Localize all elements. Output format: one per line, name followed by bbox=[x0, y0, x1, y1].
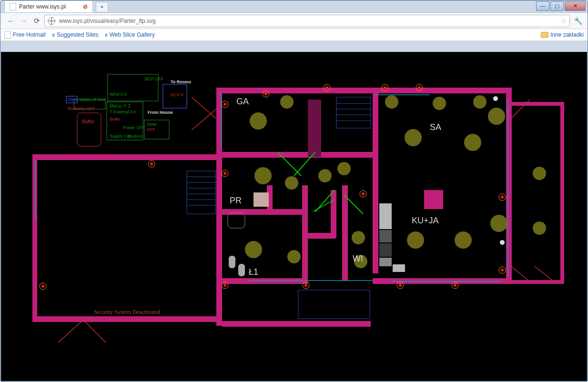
svg-rect-29 bbox=[424, 190, 443, 209]
page-icon bbox=[4, 31, 11, 39]
hvac-panel: To Rooms From House BGP OFF Wind 0.0 Rec… bbox=[66, 74, 191, 146]
bookmark-suggested-sites[interactable]: e Suggested Sites bbox=[52, 31, 99, 39]
ie-icon: e bbox=[105, 31, 107, 39]
svg-point-52 bbox=[250, 112, 267, 130]
room-label-l1: Ł1 bbox=[249, 267, 258, 277]
svg-rect-49 bbox=[238, 264, 245, 276]
security-status: Security System Deactivated bbox=[94, 309, 160, 315]
bookmarks-overflow[interactable]: Inne zakładki bbox=[541, 31, 584, 38]
svg-rect-21 bbox=[342, 185, 348, 281]
svg-rect-43 bbox=[379, 203, 392, 229]
svg-point-96 bbox=[150, 162, 153, 165]
bookmark-label: Free Hotmail bbox=[13, 31, 46, 38]
label-solar-off: OFF bbox=[147, 127, 155, 132]
svg-point-57 bbox=[488, 108, 505, 125]
svg-point-118 bbox=[304, 284, 307, 287]
svg-point-54 bbox=[385, 95, 398, 109]
address-bar[interactable]: ☆ bbox=[44, 15, 570, 27]
page-viewport[interactable]: To Rooms From House BGP OFF Wind 0.0 Rec… bbox=[1, 52, 587, 381]
svg-point-62 bbox=[318, 169, 332, 182]
bookmark-star-icon[interactable]: ☆ bbox=[560, 17, 567, 25]
svg-point-61 bbox=[285, 176, 298, 190]
floorplan-svg: To Rooms From House BGP OFF Wind 0.0 Rec… bbox=[1, 52, 587, 381]
tab-title: Parter www.isys.pl bbox=[19, 3, 66, 10]
svg-point-72 bbox=[533, 167, 546, 180]
new-tab-button[interactable]: + bbox=[96, 2, 108, 12]
svg-point-64 bbox=[407, 231, 424, 249]
svg-line-81 bbox=[84, 321, 106, 342]
window-title-bar: — ▢ ✕ bbox=[0, 0, 588, 1]
label-t-external: T External 0.0 bbox=[110, 110, 136, 114]
svg-point-63 bbox=[337, 162, 351, 175]
svg-point-112 bbox=[384, 86, 386, 89]
bookmark-web-slice-gallery[interactable]: e Web Slice Gallery bbox=[105, 31, 154, 39]
svg-point-104 bbox=[399, 284, 402, 287]
label-gwc: GWC bbox=[68, 97, 78, 102]
svg-rect-46 bbox=[379, 258, 392, 266]
folder-icon bbox=[541, 32, 548, 38]
svg-rect-37 bbox=[336, 97, 371, 128]
label-boiler: Boiler bbox=[110, 117, 121, 121]
svg-point-110 bbox=[501, 196, 504, 199]
svg-rect-30 bbox=[187, 171, 215, 214]
svg-rect-27 bbox=[560, 102, 564, 284]
svg-rect-11 bbox=[216, 88, 377, 93]
svg-rect-26 bbox=[512, 102, 564, 106]
svg-rect-13 bbox=[373, 88, 511, 93]
svg-point-53 bbox=[280, 95, 294, 109]
svg-rect-44 bbox=[379, 230, 392, 242]
room-label-sa: SA bbox=[430, 122, 441, 132]
bookmark-label: Suggested Sites bbox=[57, 31, 98, 38]
bookmark-free-hotmail[interactable]: Free Hotmail bbox=[4, 31, 46, 39]
room-label-pr: PR bbox=[230, 196, 242, 205]
label-bgp-off: BGP OFF bbox=[145, 77, 164, 81]
svg-rect-20 bbox=[331, 190, 336, 238]
label-recu: Recu = 1 bbox=[110, 103, 131, 109]
label-solar: Solar bbox=[147, 122, 157, 127]
svg-rect-14 bbox=[506, 88, 512, 283]
nav-toolbar: ← → ⟳ ☆ 🔧 bbox=[0, 12, 588, 29]
room-label-wi: WI bbox=[353, 254, 363, 263]
room-label-kuja: KU+JA bbox=[412, 216, 439, 225]
svg-rect-8 bbox=[32, 316, 221, 322]
svg-point-108 bbox=[501, 269, 504, 271]
svg-line-80 bbox=[58, 321, 82, 342]
wrench-icon[interactable]: 🔧 bbox=[573, 17, 584, 25]
tab-close-icon[interactable]: ⊘ bbox=[83, 3, 88, 10]
back-button[interactable]: ← bbox=[4, 16, 15, 26]
maximize-button[interactable]: ▢ bbox=[550, 1, 564, 11]
label-dcv: DCV 0 bbox=[171, 92, 183, 97]
svg-rect-48 bbox=[253, 192, 269, 207]
globe-icon bbox=[48, 17, 55, 25]
window-close-button[interactable]: ✕ bbox=[565, 1, 586, 11]
reload-button[interactable]: ⟳ bbox=[31, 16, 41, 26]
svg-rect-7 bbox=[32, 154, 37, 321]
room-label-ga: GA bbox=[236, 97, 249, 106]
url-input[interactable] bbox=[58, 17, 558, 25]
browser-tab[interactable]: Parter www.isys.pl ⊘ bbox=[4, 0, 93, 12]
svg-point-66 bbox=[490, 215, 507, 232]
bookmark-label: Web Slice Gallery bbox=[110, 31, 155, 38]
svg-point-56 bbox=[473, 95, 487, 109]
svg-rect-19 bbox=[302, 233, 335, 239]
forward-button[interactable]: → bbox=[18, 16, 28, 26]
svg-point-68 bbox=[287, 250, 301, 263]
label-buffer: Buffer bbox=[82, 119, 95, 124]
svg-point-69 bbox=[352, 231, 365, 244]
window-controls: — ▢ ✕ bbox=[536, 1, 586, 11]
svg-point-65 bbox=[455, 231, 472, 249]
svg-point-92 bbox=[223, 103, 226, 106]
bookmark-label: Inne zakładki bbox=[550, 31, 584, 38]
svg-point-58 bbox=[405, 129, 422, 146]
svg-point-94 bbox=[223, 172, 226, 175]
svg-point-106 bbox=[454, 284, 456, 287]
svg-point-55 bbox=[433, 97, 446, 110]
minimize-button[interactable]: — bbox=[536, 1, 549, 11]
svg-rect-25 bbox=[222, 321, 371, 327]
svg-rect-12 bbox=[373, 88, 378, 273]
svg-rect-47 bbox=[393, 264, 405, 272]
svg-rect-42 bbox=[298, 290, 370, 319]
bookmarks-bar: Free Hotmail e Suggested Sites e Web Sli… bbox=[0, 29, 588, 41]
svg-rect-15 bbox=[373, 278, 512, 284]
label-from-house: From House bbox=[148, 110, 173, 115]
